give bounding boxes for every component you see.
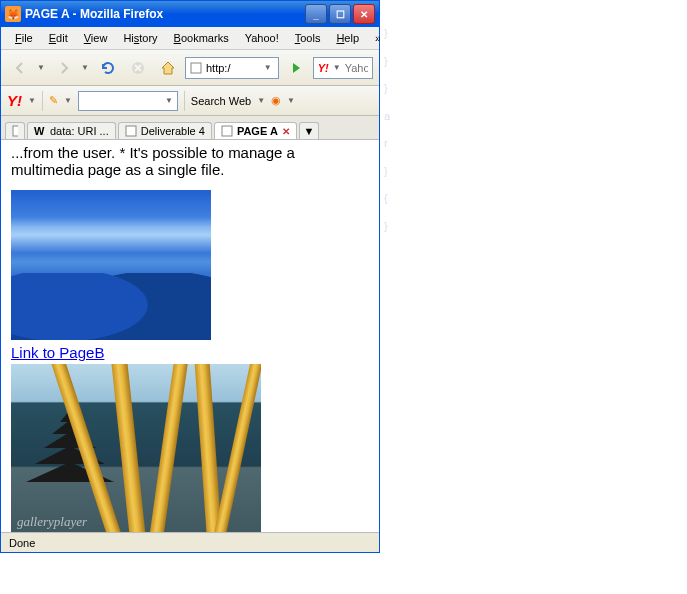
maximize-button[interactable]: ☐ (329, 4, 351, 24)
menu-edit[interactable]: Edit (41, 29, 76, 47)
window-title: PAGE A - Mozilla Firefox (25, 7, 305, 21)
url-input[interactable] (206, 62, 260, 74)
firefox-icon: 🦊 (5, 6, 21, 22)
browser-window: 🦊 PAGE A - Mozilla Firefox _ ☐ ✕ File Ed… (0, 0, 380, 553)
close-button[interactable]: ✕ (353, 4, 375, 24)
tab-close-icon[interactable]: ✕ (282, 126, 290, 137)
titlebar: 🦊 PAGE A - Mozilla Firefox _ ☐ ✕ (1, 1, 379, 27)
menubar: File Edit View History Bookmarks Yahoo! … (1, 27, 379, 50)
tab-deliverable[interactable]: Deliverable 4 (118, 122, 212, 139)
reload-button[interactable] (95, 55, 121, 81)
stop-button[interactable] (125, 55, 151, 81)
svg-rect-5 (222, 126, 232, 136)
menu-help[interactable]: Help (328, 29, 367, 47)
svg-rect-4 (126, 126, 136, 136)
forward-button[interactable] (51, 55, 77, 81)
mountains-image (11, 190, 211, 340)
menu-file[interactable]: File (7, 29, 41, 47)
go-button[interactable] (283, 55, 309, 81)
yahoo-search-box[interactable]: ▼ (78, 91, 178, 111)
back-button[interactable] (7, 55, 33, 81)
menu-bookmarks[interactable]: Bookmarks (166, 29, 237, 47)
page-content[interactable]: ...from the user. * It's possible to man… (1, 140, 379, 532)
search-bar[interactable]: Y! ▼ (313, 57, 373, 79)
tab-bar: W data: URI ... Deliverable 4 PAGE A ✕ ▼ (1, 116, 379, 140)
pencil-icon[interactable]: ✎ (49, 94, 58, 107)
tab-page-a[interactable]: PAGE A ✕ (214, 122, 297, 139)
nav-toolbar: ▼ ▼ ▼ Y! ▼ (1, 50, 379, 86)
yahoo-toolbar: Y! ▼ ✎ ▼ ▼ Search Web ▼ ◉ ▼ (1, 86, 379, 116)
body-text: ...from the user. * It's possible to man… (11, 144, 369, 178)
new-tab-button[interactable] (5, 122, 25, 139)
link-to-page-b[interactable]: Link to PageB (11, 344, 104, 361)
yahoo-search-icon: Y! (318, 62, 329, 74)
watermark: galleryplayer (17, 514, 87, 530)
svg-text:W: W (34, 125, 45, 137)
page-icon (190, 62, 202, 74)
yahoo-logo[interactable]: Y! (7, 92, 22, 109)
svg-rect-1 (191, 63, 201, 73)
wikipedia-icon: W (34, 125, 46, 137)
menu-tools[interactable]: Tools (287, 29, 329, 47)
menu-yahoo[interactable]: Yahoo! (237, 29, 287, 47)
background-window: }}}ar}{} (380, 0, 687, 594)
svg-rect-2 (13, 126, 18, 136)
home-button[interactable] (155, 55, 181, 81)
back-dropdown[interactable]: ▼ (37, 63, 47, 72)
search-web-button[interactable]: Search Web (191, 95, 251, 107)
tab-data-uri[interactable]: W data: URI ... (27, 122, 116, 139)
address-bar[interactable]: ▼ (185, 57, 279, 79)
menu-history[interactable]: History (115, 29, 165, 47)
page-icon (221, 125, 233, 137)
status-text: Done (9, 537, 35, 549)
status-bar: Done (1, 532, 379, 552)
forward-dropdown[interactable]: ▼ (81, 63, 91, 72)
target-icon[interactable]: ◉ (271, 94, 281, 107)
page-icon (125, 125, 137, 137)
url-dropdown[interactable]: ▼ (264, 63, 274, 72)
menu-view[interactable]: View (76, 29, 116, 47)
search-input[interactable] (345, 62, 368, 74)
tab-overflow[interactable]: ▼ (299, 122, 319, 139)
window-buttons: _ ☐ ✕ (305, 4, 375, 24)
bamboo-image: galleryplayer (11, 364, 261, 532)
minimize-button[interactable]: _ (305, 4, 327, 24)
